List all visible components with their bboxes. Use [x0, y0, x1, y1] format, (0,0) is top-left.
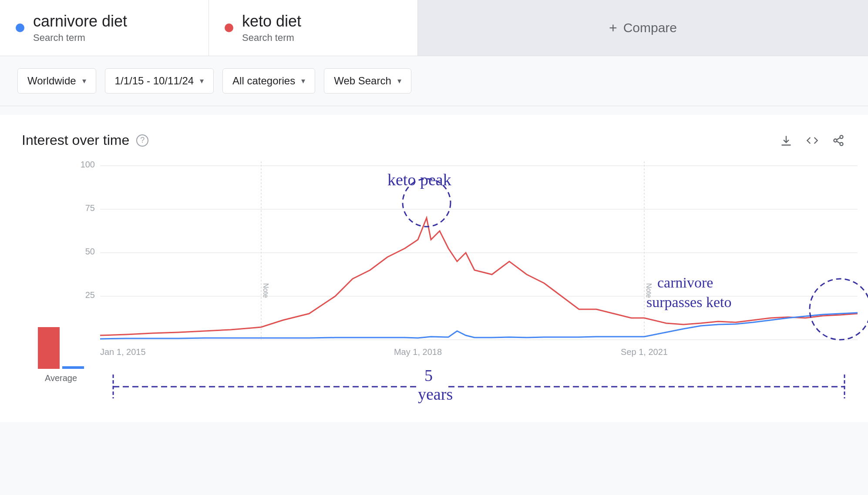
search-terms-bar: carnivore diet Search term keto diet Sea…: [0, 0, 868, 56]
svg-text:5: 5: [424, 366, 433, 385]
svg-point-0: [840, 135, 843, 138]
svg-text:Sep 1, 2021: Sep 1, 2021: [621, 347, 668, 357]
svg-text:surpasses keto: surpasses keto: [646, 294, 731, 310]
svg-line-4: [837, 137, 840, 140]
keto-diet-card[interactable]: keto diet Search term: [209, 0, 418, 56]
svg-text:keto peak: keto peak: [387, 171, 451, 189]
embed-button[interactable]: [804, 133, 820, 148]
location-chevron-icon: ▾: [82, 76, 86, 86]
svg-text:years: years: [418, 385, 453, 403]
chart-svg: 100 75 50 25 Note Note ke: [100, 161, 858, 361]
average-bar-red: [38, 327, 60, 369]
section-header: Interest over time ?: [22, 132, 846, 148]
svg-text:50: 50: [85, 247, 95, 256]
compare-card[interactable]: + Compare: [418, 0, 868, 56]
average-bars: [38, 317, 84, 369]
svg-line-3: [837, 141, 840, 143]
keto-line: [100, 218, 858, 335]
search-type-label: Web Search: [334, 75, 391, 87]
keto-dot: [225, 23, 233, 32]
average-label: Average: [45, 373, 77, 383]
svg-text:100: 100: [81, 160, 95, 169]
header-actions: [778, 133, 846, 148]
svg-text:Jan 1, 2015: Jan 1, 2015: [100, 347, 146, 357]
date-range-filter[interactable]: 1/1/15 - 10/11/24 ▾: [105, 68, 214, 94]
category-chevron-icon: ▾: [301, 76, 305, 86]
carnivore-line: [100, 313, 858, 339]
share-button[interactable]: [831, 133, 846, 148]
chart-main: 100 75 50 25 Note Note ke: [100, 161, 858, 405]
chart-sidebar: Average: [22, 161, 100, 405]
date-range-label: 1/1/15 - 10/11/24: [115, 75, 194, 87]
svg-text:May 1, 2018: May 1, 2018: [394, 347, 442, 357]
section-title-group: Interest over time ?: [22, 132, 148, 148]
svg-text:carnivore: carnivore: [657, 274, 713, 291]
carnivore-info: carnivore diet Search term: [33, 12, 127, 43]
location-filter[interactable]: Worldwide ▾: [17, 68, 96, 94]
keto-info: keto diet Search term: [242, 12, 301, 43]
svg-point-1: [834, 139, 837, 142]
svg-text:Note: Note: [262, 283, 269, 298]
category-label: All categories: [232, 75, 295, 87]
plus-icon: +: [609, 20, 617, 36]
chart-container: Average 100 75 50 25: [22, 161, 846, 405]
section-title: Interest over time: [22, 132, 129, 148]
svg-text:75: 75: [85, 203, 95, 213]
keto-term-type: Search term: [242, 32, 301, 43]
carnivore-term-type: Search term: [33, 32, 127, 43]
compare-label: Compare: [623, 20, 677, 35]
date-chevron-icon: ▾: [200, 76, 204, 86]
search-type-filter[interactable]: Web Search ▾: [324, 68, 411, 94]
download-button[interactable]: [778, 133, 794, 148]
carnivore-term-name: carnivore diet: [33, 12, 127, 30]
location-label: Worldwide: [27, 75, 76, 87]
filters-bar: Worldwide ▾ 1/1/15 - 10/11/24 ▾ All cate…: [0, 56, 868, 106]
help-icon[interactable]: ?: [136, 134, 148, 147]
svg-point-2: [840, 142, 843, 145]
average-bar-blue: [62, 366, 84, 369]
svg-text:25: 25: [85, 290, 95, 300]
search-type-chevron-icon: ▾: [397, 76, 401, 86]
years-bracket: 5 years: [100, 366, 858, 405]
carnivore-dot: [16, 23, 24, 32]
category-filter[interactable]: All categories ▾: [222, 68, 315, 94]
main-content: Interest over time ?: [0, 115, 868, 422]
carnivore-diet-card[interactable]: carnivore diet Search term: [0, 0, 209, 56]
keto-term-name: keto diet: [242, 12, 301, 30]
svg-point-20: [810, 279, 868, 340]
